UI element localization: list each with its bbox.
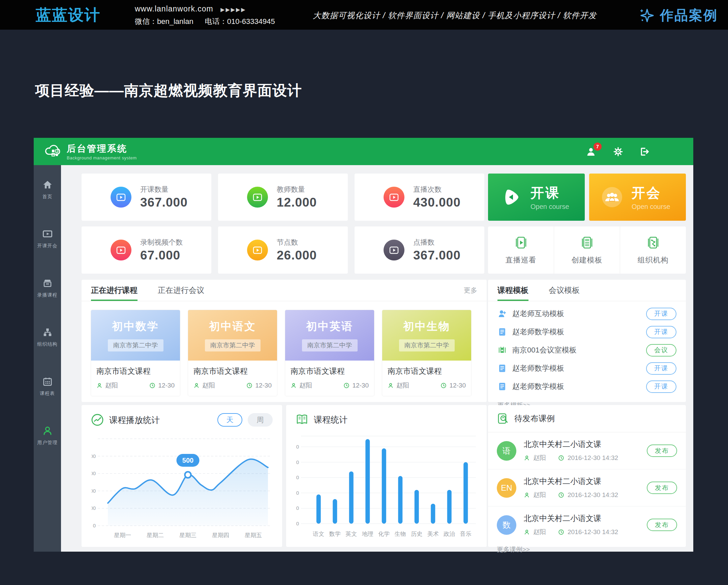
bar-美术 bbox=[431, 504, 435, 524]
logout-button[interactable] bbox=[639, 146, 650, 157]
sidebar-item-label: 录播课程 bbox=[37, 292, 58, 298]
y-tick-label: 400 bbox=[92, 488, 96, 494]
meeting-pill[interactable]: 会议 bbox=[646, 344, 676, 356]
course-card-chinese[interactable]: 初中语文 南京市第二中学 南京市语文课程 赵阳 12-30 bbox=[188, 310, 277, 396]
template-row[interactable]: 赵老师数学模板 开课 bbox=[497, 359, 676, 377]
more-lessons-link[interactable]: 更多课例>> bbox=[488, 543, 686, 554]
course-time: 12-30 bbox=[352, 382, 369, 389]
quick-link-label: 直播巡看 bbox=[505, 255, 537, 265]
course-subject: 初中英语 bbox=[306, 319, 353, 334]
sidebar-item-timetable[interactable]: 课程表 bbox=[34, 362, 61, 411]
open-course-button[interactable]: 开课 Open course bbox=[488, 174, 585, 221]
bar-历史 bbox=[415, 490, 419, 524]
sidebar-item-user-management[interactable]: 用户管理 bbox=[34, 411, 61, 460]
sidebar-item-open-class[interactable]: 开课开会 bbox=[34, 214, 61, 264]
document-icon bbox=[497, 364, 507, 373]
organization-button[interactable]: 组织机构 bbox=[620, 227, 686, 274]
tab-meeting-templates[interactable]: 会议模板 bbox=[549, 280, 580, 301]
pending-lesson-row[interactable]: 语 北京中关村二小语文课 赵阳 2016-12-30 14:32 发布 bbox=[488, 432, 686, 469]
play-circle-icon bbox=[384, 187, 405, 208]
open-course-pill[interactable]: 开课 bbox=[646, 308, 676, 320]
template-doc-icon bbox=[579, 235, 595, 250]
stat-value: 367.000 bbox=[413, 248, 461, 263]
pending-lesson-row[interactable]: EN 北京中关村二小语文课 赵阳 2016-12-30 14:32 发布 bbox=[488, 469, 686, 506]
stat-card-live-count: 直播次数 430.000 bbox=[355, 174, 484, 221]
bar-政治 bbox=[447, 490, 452, 524]
course-time: 12-30 bbox=[449, 382, 466, 389]
template-row[interactable]: 赵老师互动模板 开课 bbox=[497, 304, 676, 323]
open-course-pill[interactable]: 开课 bbox=[646, 380, 676, 393]
live-patrol-button[interactable]: 直播巡看 bbox=[488, 227, 554, 274]
x-tick-label: 音乐 bbox=[460, 531, 471, 537]
home-icon bbox=[43, 180, 53, 190]
notifications-button[interactable]: 7 bbox=[586, 146, 598, 157]
course-name: 南京市语文课程 bbox=[193, 366, 272, 376]
course-statistics-panel: 课程统计 01020304050语文数学英文地理化学生物历史美术政治音乐 bbox=[286, 405, 487, 547]
stat-value: 67.000 bbox=[140, 248, 183, 263]
stat-label: 节点数 bbox=[277, 238, 317, 247]
bar-化学 bbox=[382, 448, 386, 524]
toggle-week[interactable]: 周 bbox=[248, 413, 273, 427]
dashboard-screenshot: 后台管理系统 Background management system 7 bbox=[34, 138, 693, 552]
course-school-badge: 南京市第二中学 bbox=[108, 339, 163, 351]
website-link[interactable]: www.lanlanwork.com bbox=[135, 4, 213, 13]
y-tick-label: 0 bbox=[296, 521, 299, 526]
open-course-pill[interactable]: 开课 bbox=[646, 326, 676, 338]
clock-icon bbox=[558, 529, 564, 535]
template-row[interactable]: 赵老师数学模板 开课 bbox=[497, 323, 676, 341]
template-row[interactable]: 赵老师数学模板 开课 bbox=[497, 377, 676, 396]
portfolio-link[interactable]: 作品案例 bbox=[638, 6, 718, 25]
meeting-room-icon bbox=[497, 345, 507, 355]
course-teacher: 赵阳 bbox=[299, 381, 312, 390]
open-course-pill[interactable]: 开课 bbox=[646, 362, 676, 375]
document-icon bbox=[497, 382, 507, 391]
person-icon bbox=[96, 382, 102, 389]
y-tick-label: 10 bbox=[296, 505, 299, 511]
settings-button[interactable] bbox=[613, 146, 624, 157]
subject-avatar: 数 bbox=[497, 515, 516, 535]
user-add-icon bbox=[497, 309, 507, 318]
top-bar: 蓝蓝设计 www.lanlanwork.com ▶▶▶▶▶ 微信：ben_lan… bbox=[0, 0, 728, 30]
sidebar-item-label: 用户管理 bbox=[37, 440, 58, 446]
trend-circle-icon bbox=[91, 414, 104, 426]
tab-course-templates[interactable]: 课程模板 bbox=[497, 280, 528, 301]
lanlan-logo-icon bbox=[11, 5, 31, 25]
sidebar-item-recorded-courses[interactable]: 录播课程 bbox=[34, 264, 61, 313]
template-row[interactable]: 南京001会议室模板 会议 bbox=[497, 341, 676, 359]
y-tick-label: 30 bbox=[296, 475, 299, 480]
archive-icon bbox=[43, 278, 53, 288]
organization-icon bbox=[645, 235, 661, 250]
stat-value: 26.000 bbox=[277, 248, 317, 263]
publish-pill[interactable]: 发布 bbox=[647, 518, 677, 531]
course-card-biology[interactable]: 初中生物 南京市第二中学 南京市语文课程 赵阳 12-30 bbox=[382, 310, 471, 396]
publish-pill[interactable]: 发布 bbox=[647, 445, 677, 457]
wechat-label: 微信：ben_lanlan bbox=[135, 17, 193, 26]
publish-pill[interactable]: 发布 bbox=[647, 482, 677, 494]
pending-lesson-row[interactable]: 数 北京中关村二小语文课 赵阳 2016-12-30 14:32 发布 bbox=[488, 506, 686, 543]
course-card-header: 初中语文 南京市第二中学 bbox=[188, 310, 277, 361]
tab-ongoing-courses[interactable]: 正在进行课程 bbox=[91, 280, 137, 301]
create-template-button[interactable]: 创建模板 bbox=[554, 227, 620, 274]
toggle-day[interactable]: 天 bbox=[217, 413, 242, 427]
pending-teacher: 赵阳 bbox=[533, 528, 546, 536]
sidebar-item-org-structure[interactable]: 组织结构 bbox=[34, 313, 61, 362]
clock-icon bbox=[441, 382, 447, 389]
course-school-badge: 南京市第二中学 bbox=[205, 339, 261, 351]
course-teacher: 赵阳 bbox=[105, 381, 118, 390]
dashboard-title: 后台管理系统 bbox=[67, 142, 137, 155]
play-circle-icon bbox=[247, 240, 268, 261]
course-statistics-title: 课程统计 bbox=[314, 414, 347, 425]
template-name: 赵老师数学模板 bbox=[512, 363, 564, 373]
pending-teacher: 赵阳 bbox=[533, 490, 546, 499]
sidebar-item-home[interactable]: 首页 bbox=[34, 165, 61, 214]
stat-label: 录制视频个数 bbox=[140, 238, 183, 247]
course-card-math[interactable]: 初中数学 南京市第二中学 南京市语文课程 赵阳 12-30 bbox=[91, 310, 180, 396]
more-courses-link[interactable]: 更多 bbox=[464, 286, 477, 295]
stat-label: 开课数量 bbox=[140, 185, 188, 194]
course-card-english[interactable]: 初中英语 南京市第二中学 南京市语文课程 赵阳 12-30 bbox=[285, 310, 374, 396]
open-meeting-button[interactable]: 开会 Open course bbox=[589, 174, 686, 221]
x-tick-label: 生物 bbox=[395, 531, 406, 537]
play-circle-icon bbox=[384, 240, 405, 261]
tab-ongoing-meetings[interactable]: 正在进行会议 bbox=[158, 280, 204, 301]
brand-logo[interactable]: 蓝蓝设计 bbox=[11, 5, 100, 26]
